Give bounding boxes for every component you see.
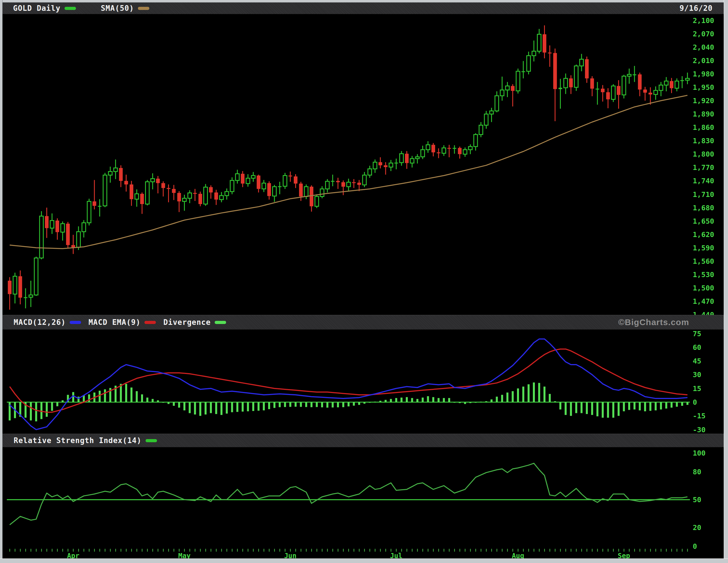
macd-axis-label: 15: [693, 384, 701, 393]
day-tick: [338, 549, 338, 552]
divergence-bar: [51, 402, 53, 411]
divergence-bar: [623, 402, 625, 411]
day-tick: [152, 549, 153, 552]
divergence-bar: [369, 402, 371, 403]
divergence-bar: [607, 402, 609, 418]
day-tick: [200, 549, 201, 552]
divergence-bar: [236, 402, 238, 412]
rsi-50-line: [7, 499, 690, 500]
divergence-bar: [46, 402, 48, 417]
chart-window: GOLD Daily SMA(50) 9/16/20 MACD(12,26) M…: [0, 0, 728, 563]
candle: [188, 190, 192, 203]
day-tick: [539, 549, 540, 552]
day-tick: [533, 549, 534, 552]
divergence-bar: [353, 402, 355, 405]
macd-legend-bar: MACD(12,26) MACD EMA(9) Divergence ©BigC…: [2, 315, 724, 330]
candle: [177, 191, 181, 212]
divergence-bar: [136, 391, 138, 402]
candle: [146, 180, 149, 205]
candle: [278, 182, 282, 195]
divergence-bar: [554, 401, 556, 402]
candle: [82, 220, 86, 237]
macd-series-swatch-icon: [70, 321, 81, 324]
candle: [8, 277, 12, 309]
divergence-bar: [660, 402, 662, 409]
candle: [463, 148, 467, 157]
day-tick: [624, 549, 624, 552]
day-tick: [131, 549, 132, 552]
day-tick: [523, 549, 524, 552]
candle: [590, 76, 594, 96]
candle: [606, 88, 610, 108]
price-axis-label: 1,560: [693, 257, 714, 266]
divergence-bar: [194, 402, 196, 414]
divergence-bar: [406, 397, 408, 402]
candle: [368, 166, 372, 178]
candle: [71, 235, 75, 254]
candle: [617, 80, 621, 109]
price-axis-label: 1,830: [693, 137, 714, 145]
divergence-bar: [125, 384, 127, 402]
day-tick: [640, 549, 640, 552]
divergence-bar: [141, 394, 143, 402]
candle: [522, 61, 525, 78]
macd-axis-label: 75: [693, 330, 701, 338]
candle: [400, 151, 403, 166]
divergence-bar: [162, 402, 164, 403]
candle: [389, 160, 393, 171]
day-tick: [682, 549, 683, 552]
candle: [654, 86, 657, 100]
divergence-swatch-icon: [215, 321, 226, 324]
day-tick: [460, 549, 460, 552]
candle: [410, 156, 414, 168]
candle: [283, 173, 287, 189]
day-tick: [94, 549, 95, 552]
divergence-bar: [655, 402, 657, 410]
candle: [183, 195, 186, 211]
day-tick: [661, 549, 661, 552]
divergence-bar: [332, 402, 334, 407]
divergence-bar: [618, 402, 620, 416]
candle: [320, 186, 324, 198]
candle: [45, 208, 49, 238]
candle: [18, 271, 22, 304]
day-tick: [666, 549, 667, 552]
divergence-bar: [538, 383, 540, 402]
price-axis-label: 1,950: [693, 83, 714, 92]
divergence-bar: [485, 401, 487, 402]
rsi-axis-label: 100: [693, 449, 706, 457]
day-tick: [502, 549, 503, 552]
divergence-bar: [411, 398, 413, 402]
divergence-bar: [189, 402, 191, 413]
candle: [659, 82, 663, 96]
day-tick: [618, 549, 619, 552]
divergence-bar: [475, 402, 477, 403]
macd-axis-label: 45: [693, 357, 701, 365]
divergence-bar: [559, 402, 561, 409]
divergence-bar: [501, 395, 503, 402]
divergence-bar: [596, 402, 598, 416]
day-tick: [163, 549, 164, 552]
candle: [66, 222, 70, 249]
day-tick: [232, 549, 233, 552]
macd-line: [10, 339, 687, 430]
divergence-bar: [438, 398, 440, 402]
day-tick: [142, 549, 143, 552]
candle: [124, 175, 128, 192]
divergence-bar: [681, 402, 683, 406]
divergence-bar: [676, 402, 678, 407]
divergence-bar: [586, 402, 588, 414]
candle: [34, 257, 38, 296]
candle: [468, 144, 472, 154]
rsi-axis-label: 80: [693, 468, 701, 476]
divergence-bar: [30, 402, 32, 420]
candle: [347, 179, 350, 191]
candle: [559, 79, 562, 109]
divergence-bar: [358, 402, 360, 405]
day-tick: [216, 549, 217, 552]
day-tick: [422, 549, 423, 552]
rsi-axis-label: 20: [693, 523, 701, 532]
candle: [24, 288, 27, 308]
divergence-bar: [628, 402, 630, 410]
divergence-bar: [316, 402, 318, 407]
